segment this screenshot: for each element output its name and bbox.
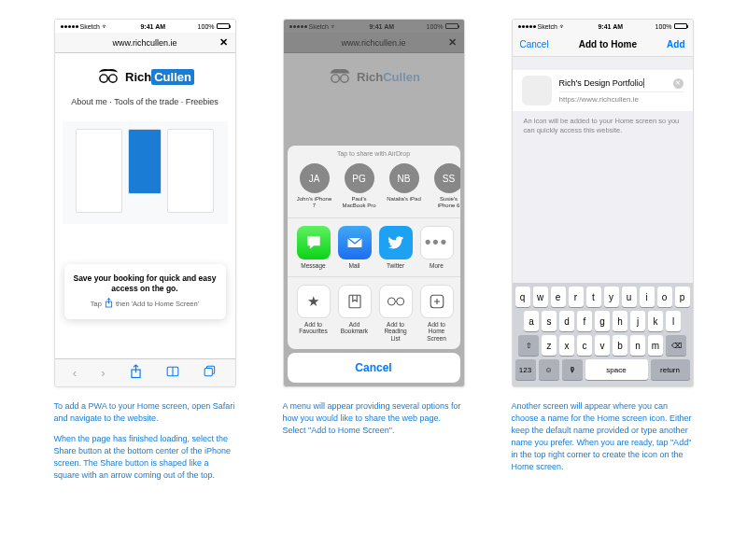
battery-pct: 100% <box>198 23 215 30</box>
share-action[interactable]: Add Bookmark <box>338 285 372 342</box>
url-display: https://www.richcullen.ie <box>559 95 684 104</box>
key-m[interactable]: m <box>648 335 663 356</box>
status-bar: Sketchᯤ 9:41 AM 100% <box>513 20 693 33</box>
caption-1: To add a PWA to your Home screen, open S… <box>54 400 236 490</box>
tabs-icon[interactable] <box>204 365 217 381</box>
svg-point-14 <box>396 298 403 305</box>
svg-rect-8 <box>204 369 212 376</box>
share-button[interactable] <box>130 364 142 382</box>
key-z[interactable]: z <box>542 335 557 356</box>
key-y[interactable]: y <box>604 287 619 307</box>
key-emoji[interactable]: ☺ <box>539 359 559 380</box>
key-p[interactable]: p <box>675 287 690 307</box>
address-bar[interactable]: www.richcullen.ie ✕ <box>55 33 235 53</box>
site-nav[interactable]: About me · Tools of the trade · Freebies <box>71 96 218 108</box>
stop-icon[interactable]: ✕ <box>219 36 228 49</box>
svg-point-1 <box>109 75 117 82</box>
key-a[interactable]: a <box>524 311 539 331</box>
back-icon[interactable]: ‹ <box>73 366 77 380</box>
status-bar: Sketchᯤ 9:41 AM 100% <box>55 20 235 33</box>
site-logo: RichCullen <box>95 66 194 87</box>
site-icon-placeholder <box>522 76 552 105</box>
cancel-button[interactable]: Cancel <box>288 353 460 383</box>
status-time: 9:41 AM <box>140 23 165 30</box>
page-content: RichCullen About me · Tools of the trade… <box>55 53 235 358</box>
phone-screen-3: Sketchᯤ 9:41 AM 100% Cancel Add to Home … <box>512 19 694 387</box>
key-e[interactable]: e <box>551 287 566 307</box>
pwa-callout: Save your booking for quick and easy acc… <box>64 264 226 319</box>
share-action[interactable]: ★Add to Favourites <box>297 285 331 342</box>
key-shift[interactable]: ⇧ <box>518 335 539 356</box>
wifi-icon: ᯤ <box>102 23 108 30</box>
share-action[interactable]: Add to Home Screen <box>420 285 454 342</box>
key-j[interactable]: j <box>630 311 645 331</box>
step-3: Sketchᯤ 9:41 AM 100% Cancel Add to Home … <box>512 19 694 490</box>
tutorial-row: Sketchᯤ 9:41 AM 100% www.richcullen.ie ✕… <box>42 19 705 490</box>
key-space[interactable]: space <box>585 359 648 380</box>
key-r[interactable]: r <box>569 287 584 307</box>
key-mic[interactable]: 🎙 <box>562 359 583 380</box>
step-1: Sketchᯤ 9:41 AM 100% www.richcullen.ie ✕… <box>54 19 236 490</box>
key-h[interactable]: h <box>613 311 627 331</box>
navbar-title: Add to Home <box>579 39 637 49</box>
svg-point-13 <box>388 298 395 305</box>
form-area: Rich's Design Portfolio ✕ https://www.ri… <box>513 57 693 141</box>
key-x[interactable]: x <box>559 335 574 356</box>
share-action[interactable]: Add to Reading List <box>379 285 413 342</box>
name-input[interactable]: Rich's Design Portfolio <box>559 78 644 89</box>
key-i[interactable]: i <box>640 287 655 307</box>
airdrop-contact[interactable]: PGPaul's MacBook Pro <box>342 163 377 209</box>
phone-screen-2: Sketchᯤ 9:41 AM 100% www.richcullen.ie ✕… <box>283 19 465 387</box>
share-app[interactable]: •••More <box>420 226 454 269</box>
airdrop-contact[interactable]: NBNatalia's iPad <box>387 163 422 209</box>
key-g[interactable]: g <box>595 311 610 331</box>
hint-text: An icon will be added to your Home scree… <box>513 111 693 141</box>
key-u[interactable]: u <box>622 287 637 307</box>
key-return[interactable]: return <box>651 359 690 380</box>
step-2: Sketchᯤ 9:41 AM 100% www.richcullen.ie ✕… <box>283 19 465 490</box>
share-app[interactable]: Message <box>297 226 331 269</box>
svg-point-0 <box>100 75 107 82</box>
key-123[interactable]: 123 <box>515 359 536 380</box>
key-q[interactable]: q <box>515 287 530 307</box>
clear-icon[interactable]: ✕ <box>673 78 684 89</box>
caption-2: A menu will appear providing several opt… <box>283 400 465 445</box>
key-d[interactable]: d <box>559 311 574 331</box>
share-app[interactable]: Twitter <box>379 226 413 269</box>
airdrop-row: JAJohn's iPhone 7PGPaul's MacBook ProNBN… <box>288 160 460 217</box>
share-app[interactable]: Mail <box>338 226 372 269</box>
key-w[interactable]: w <box>533 287 548 307</box>
share-icon <box>105 298 113 310</box>
key-v[interactable]: v <box>595 335 610 356</box>
airdrop-contact[interactable]: SSSusie's iPhone 6 <box>431 163 460 209</box>
url-text: www.richcullen.ie <box>112 38 176 48</box>
key-l[interactable]: l <box>666 311 681 331</box>
phone-screen-1: Sketchᯤ 9:41 AM 100% www.richcullen.ie ✕… <box>54 19 236 387</box>
mock-screens <box>63 121 228 224</box>
battery-icon <box>217 23 230 29</box>
app-row: MessageMailTwitter•••More <box>288 217 460 276</box>
key-f[interactable]: f <box>577 311 592 331</box>
key-delete[interactable]: ⌫ <box>666 335 686 356</box>
callout-title: Save your booking for quick and easy acc… <box>72 273 218 294</box>
add-home-navbar: Cancel Add to Home Add <box>513 33 693 57</box>
forward-icon[interactable]: › <box>101 366 105 380</box>
key-t[interactable]: t <box>586 287 601 307</box>
add-button[interactable]: Add <box>667 39 684 49</box>
key-n[interactable]: n <box>630 335 645 356</box>
action-row: ★Add to FavouritesAdd BookmarkAdd to Rea… <box>288 276 460 349</box>
key-c[interactable]: c <box>577 335 592 356</box>
key-s[interactable]: s <box>542 311 557 331</box>
share-sheet: Tap to share with AirDrop JAJohn's iPhon… <box>288 146 460 383</box>
keyboard: qwertyuiop asdfghjkl ⇧zxcvbnm⌫ 123 ☺ 🎙 s… <box>513 283 693 386</box>
key-o[interactable]: o <box>657 287 672 307</box>
logo-face-icon <box>95 66 121 87</box>
carrier-label: Sketch <box>80 23 100 30</box>
key-k[interactable]: k <box>648 311 663 331</box>
key-b[interactable]: b <box>613 335 627 356</box>
airdrop-contact[interactable]: JAJohn's iPhone 7 <box>297 163 332 209</box>
airdrop-hint: Tap to share with AirDrop <box>288 146 460 160</box>
cancel-button[interactable]: Cancel <box>520 39 549 49</box>
svg-rect-12 <box>349 295 360 308</box>
bookmarks-icon[interactable] <box>166 365 179 381</box>
